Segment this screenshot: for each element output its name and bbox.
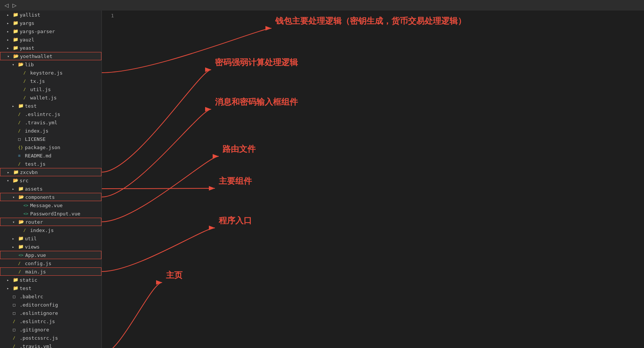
chevron-icon: ▾	[7, 54, 13, 58]
tree-item-router[interactable]: ▾📂router	[0, 218, 101, 226]
item-label: yoethwallet	[20, 53, 101, 59]
chevron-icon: ▾	[12, 63, 18, 67]
tree-item-message-vue[interactable]: <>Message.vue	[0, 201, 101, 209]
file-icon: /	[23, 70, 30, 75]
main-layout: ▸📁yallist▸📁yargs▸📁yargs-parser▸📁yauzl▸📁y…	[0, 11, 644, 348]
tree-item-yallist[interactable]: ▸📁yallist	[0, 11, 101, 19]
item-label: .eslintrc.js	[25, 111, 101, 117]
item-label: lib	[25, 62, 101, 67]
folder-icon: 📁	[13, 37, 20, 42]
tree-item-views[interactable]: ▸📁views	[0, 243, 101, 251]
item-label: LICENSE	[25, 136, 101, 142]
item-label: .travis.yml	[20, 343, 101, 348]
tree-item-postcssrc-js[interactable]: /.postcssrc.js	[0, 334, 101, 342]
folder-icon: 📁	[13, 285, 20, 291]
item-label: assets	[25, 186, 101, 192]
tree-item-app-vue[interactable]: <>App.vue	[0, 251, 101, 259]
chevron-icon: ▾	[12, 220, 18, 224]
tree-item-keystore-js[interactable]: /keystore.js	[0, 69, 101, 77]
tree-item-src[interactable]: ▾📂src	[0, 176, 101, 185]
tree-item-test-root[interactable]: ▸📁test	[0, 284, 101, 292]
chevron-icon: ▸	[12, 187, 18, 191]
tree-item-yeast[interactable]: ▸📁yeast	[0, 44, 101, 52]
folder-icon: 📁	[13, 29, 20, 34]
item-label: test.js	[25, 161, 101, 167]
chevron-icon: ▸	[7, 13, 13, 17]
file-explorer[interactable]: ▸📁yallist▸📁yargs▸📁yargs-parser▸📁yauzl▸📁y…	[0, 11, 102, 348]
tree-item-babelrc[interactable]: □.babelrc	[0, 292, 101, 301]
tree-item-wallet-js[interactable]: /wallet.js	[0, 93, 101, 102]
item-label: main.js	[25, 269, 101, 275]
tree-item-yargs-parser[interactable]: ▸📁yargs-parser	[0, 27, 101, 35]
item-label: components	[25, 194, 101, 200]
annotation-text-0: 钱包主要处理逻辑（密钥生成，货币交易处理逻辑）	[275, 16, 466, 26]
tree-item-eslintrc-root[interactable]: /.eslintrc.js	[0, 317, 101, 325]
item-label: yargs-parser	[20, 29, 101, 34]
chevron-icon: ▸	[7, 170, 13, 174]
chevron-icon: ▸	[7, 286, 13, 290]
tree-item-util-js[interactable]: /util.js	[0, 85, 101, 93]
file-icon: /	[13, 336, 20, 340]
chevron-icon: ▸	[7, 21, 13, 25]
file-icon: /	[18, 162, 25, 166]
tree-item-components[interactable]: ▾📂components	[0, 193, 101, 201]
file-icon: □	[13, 311, 20, 316]
tree-item-util[interactable]: ▸📁util	[0, 234, 101, 243]
item-label: zxcvbn	[20, 169, 101, 175]
navigation-arrows[interactable]: ◁ ▷	[3, 3, 18, 8]
file-icon: /	[13, 319, 20, 324]
folder-icon: 📁	[18, 186, 25, 191]
file-icon: /	[18, 261, 25, 266]
back-button[interactable]: ◁	[3, 3, 10, 8]
folder-icon: 📁	[13, 20, 20, 26]
tree-item-gitignore[interactable]: □.gitignore	[0, 325, 101, 334]
tree-item-license[interactable]: □LICENSE	[0, 135, 101, 143]
tree-item-assets[interactable]: ▸📁assets	[0, 185, 101, 193]
tree-item-passwordinput-vue[interactable]: <>PasswordInput.vue	[0, 209, 101, 218]
tree-item-index-js[interactable]: /index.js	[0, 127, 101, 135]
tree-item-yauzl[interactable]: ▸📁yauzl	[0, 35, 101, 44]
annotation-text-2: 消息和密码输入框组件	[215, 97, 298, 107]
tree-item-travis-yml[interactable]: /.travis.yml	[0, 118, 101, 127]
tree-item-main-js[interactable]: /main.js	[0, 267, 101, 276]
chevron-icon: ▾	[7, 179, 13, 183]
item-label: App.vue	[25, 252, 101, 258]
tree-item-yoethwallet[interactable]: ▾📂yoethwallet	[0, 52, 101, 60]
file-icon: □	[13, 327, 20, 332]
file-icon: {}	[18, 145, 25, 150]
tree-item-test-js[interactable]: /test.js	[0, 160, 101, 168]
tree-item-package-json[interactable]: {}package.json	[0, 143, 101, 151]
item-label: src	[20, 178, 101, 183]
item-label: util.js	[30, 87, 101, 92]
top-toolbar: ◁ ▷	[0, 0, 644, 11]
tree-item-zxcvbn[interactable]: ▸📁zxcvbn	[0, 168, 101, 176]
tree-item-yargs[interactable]: ▸📁yargs	[0, 19, 101, 27]
tree-item-config-js[interactable]: /config.js	[0, 259, 101, 267]
item-label: test	[25, 103, 101, 109]
item-label: index.js	[30, 227, 101, 233]
folder-icon: 📂	[18, 62, 25, 67]
tree-item-static[interactable]: ▸📁static	[0, 276, 101, 284]
file-icon: /	[13, 344, 20, 348]
folder-icon: 📁	[18, 244, 25, 249]
tree-item-eslintrc-js[interactable]: /.eslintrc.js	[0, 110, 101, 118]
tree-item-lib[interactable]: ▾📂lib	[0, 60, 101, 69]
item-label: wallet.js	[30, 95, 101, 101]
tree-item-editorconfig[interactable]: □.editorconfig	[0, 301, 101, 309]
file-icon: /	[23, 87, 30, 92]
item-label: .eslintignore	[20, 310, 101, 316]
annotation-text-1: 密码强弱计算处理逻辑	[215, 58, 298, 67]
tree-item-test[interactable]: ▸📁test	[0, 102, 101, 110]
item-label: yeast	[20, 45, 101, 51]
tree-item-travis-yml-root[interactable]: /.travis.yml	[0, 342, 101, 348]
tree-item-readme-md[interactable]: ≡README.md	[0, 151, 101, 160]
tree-item-tx-js[interactable]: /tx.js	[0, 77, 101, 85]
item-label: index.js	[25, 128, 101, 134]
annotation-text-5: 程序入口	[218, 216, 252, 225]
item-label: .postcssrc.js	[20, 335, 101, 341]
tree-item-eslintignore[interactable]: □.eslintignore	[0, 309, 101, 317]
item-label: Message.vue	[30, 203, 101, 208]
item-label: .babelrc	[20, 294, 101, 299]
forward-button[interactable]: ▷	[11, 3, 18, 8]
tree-item-router-index-js[interactable]: /index.js	[0, 226, 101, 234]
